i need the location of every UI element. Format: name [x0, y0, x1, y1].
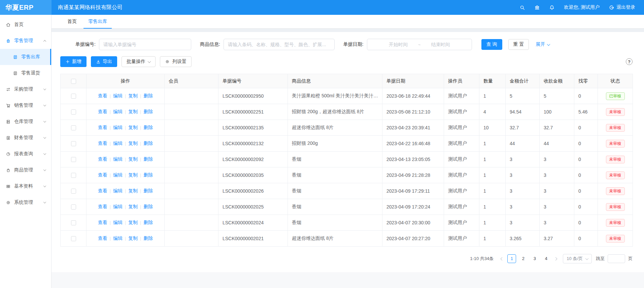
row-checkbox[interactable]	[71, 141, 76, 146]
sidebar-item-5[interactable]: 财务管理	[0, 130, 51, 146]
sidebar-item-7[interactable]: 商品管理	[0, 162, 51, 178]
edit-link[interactable]: 编辑	[113, 172, 123, 178]
edit-link[interactable]: 编辑	[113, 204, 123, 209]
bill-no-cell: LSCK00000002024	[218, 215, 288, 231]
page-2-button[interactable]: 2	[519, 254, 528, 263]
start-date-input[interactable]	[378, 42, 418, 47]
chevron-down-icon	[43, 168, 46, 171]
search-icon[interactable]	[519, 5, 525, 10]
row-checkbox[interactable]	[71, 94, 76, 99]
col-header-6: 操作员	[444, 74, 479, 88]
view-link[interactable]: 查看	[98, 140, 107, 146]
column-settings-button[interactable]: 列设置	[160, 56, 192, 67]
edit-link[interactable]: 编辑	[113, 188, 123, 193]
next-page-button[interactable]	[552, 258, 560, 260]
copy-link[interactable]: 复制	[128, 220, 138, 225]
row-checkbox[interactable]	[71, 157, 76, 162]
sidebar-subitem-1-0[interactable]: 零售出库	[0, 49, 51, 65]
reset-button[interactable]: 重 置	[508, 39, 529, 50]
add-button[interactable]: 新增	[60, 56, 87, 67]
row-checkbox[interactable]	[71, 204, 76, 210]
delete-link[interactable]: 删除	[143, 109, 153, 114]
jump-page-input[interactable]	[608, 254, 625, 263]
delete-link[interactable]: 删除	[143, 125, 153, 130]
change-cell: 0	[574, 215, 598, 231]
row-checkbox[interactable]	[71, 173, 76, 178]
page-size-select[interactable]: 10 条/页	[563, 254, 592, 263]
edit-link[interactable]: 编辑	[113, 220, 123, 225]
copy-link[interactable]: 复制	[128, 109, 138, 114]
change-cell: 0	[574, 136, 598, 152]
select-all-checkbox[interactable]	[71, 79, 76, 84]
sidebar-item-1[interactable]: 零售管理	[0, 33, 51, 49]
logout-button[interactable]: 退出登录	[609, 4, 635, 10]
sidebar-subitem-1-1[interactable]: 零售退货	[0, 65, 51, 81]
product-info-input[interactable]	[224, 39, 335, 50]
copy-link[interactable]: 复制	[128, 188, 138, 193]
help-icon[interactable]: ?	[626, 58, 633, 65]
edit-link[interactable]: 编辑	[113, 109, 123, 114]
edit-link[interactable]: 编辑	[113, 93, 123, 98]
view-link[interactable]: 查看	[98, 156, 107, 162]
sidebar-item-4[interactable]: 仓库管理	[0, 114, 51, 130]
sidebar-item-6[interactable]: 报表查询	[0, 146, 51, 162]
end-date-input[interactable]	[420, 42, 460, 47]
page-1-button[interactable]: 1	[507, 254, 516, 263]
sidebar-item-9[interactable]: 系统管理	[0, 194, 51, 211]
row-checkbox[interactable]	[71, 220, 76, 225]
export-button[interactable]: 导出	[91, 56, 117, 67]
view-link[interactable]: 查看	[98, 188, 107, 193]
expand-link[interactable]: 展开	[536, 41, 550, 47]
delete-link[interactable]: 删除	[143, 235, 153, 241]
view-link[interactable]: 查看	[98, 172, 107, 178]
view-link[interactable]: 查看	[98, 220, 107, 225]
copy-link[interactable]: 复制	[128, 125, 138, 130]
view-link[interactable]: 查看	[98, 93, 107, 98]
report-icon	[6, 152, 11, 157]
page-3-button[interactable]: 3	[530, 254, 539, 263]
copy-link[interactable]: 复制	[128, 93, 138, 98]
op-separator: |	[140, 125, 141, 130]
delete-link[interactable]: 删除	[143, 204, 153, 209]
tab-retail-outbound[interactable]: 零售出库	[83, 15, 112, 28]
edit-link[interactable]: 编辑	[113, 235, 123, 241]
tab-home[interactable]: 首页	[63, 15, 81, 28]
row-checkbox[interactable]	[71, 189, 76, 194]
sidebar-item-0[interactable]: 首页	[0, 17, 51, 33]
edit-link[interactable]: 编辑	[113, 125, 123, 130]
search-button[interactable]: 查 询	[481, 39, 502, 50]
delete-link[interactable]: 删除	[143, 188, 153, 193]
view-link[interactable]: 查看	[98, 235, 107, 241]
copy-link[interactable]: 复制	[128, 172, 138, 178]
copy-link[interactable]: 复制	[128, 235, 138, 241]
copy-link[interactable]: 复制	[128, 204, 138, 209]
sidebar: 首页零售管理零售出库零售退货采购管理销售管理仓库管理财务管理报表查询商品管理基本…	[0, 15, 52, 288]
delete-link[interactable]: 删除	[143, 93, 153, 98]
copy-link[interactable]: 复制	[128, 156, 138, 162]
notifications-bell-icon[interactable]	[549, 5, 555, 10]
sidebar-item-label: 商品管理	[14, 167, 33, 173]
sidebar-item-8[interactable]: 基本资料	[0, 178, 51, 194]
delete-link[interactable]: 删除	[143, 220, 153, 225]
qty-cell: 4	[479, 104, 506, 120]
bank-icon[interactable]	[534, 5, 540, 10]
sidebar-item-3[interactable]: 销售管理	[0, 97, 51, 114]
prev-page-button[interactable]	[498, 258, 506, 260]
page-4-button[interactable]: 4	[542, 254, 550, 263]
copy-link[interactable]: 复制	[128, 140, 138, 146]
batch-operations-button[interactable]: 批量操作	[122, 56, 156, 67]
row-checkbox[interactable]	[71, 125, 76, 130]
edit-link[interactable]: 编辑	[113, 140, 123, 146]
date-range-picker[interactable]: ~	[367, 39, 472, 50]
view-link[interactable]: 查看	[98, 125, 107, 130]
delete-link[interactable]: 删除	[143, 156, 153, 162]
view-link[interactable]: 查看	[98, 109, 107, 114]
bill-no-input[interactable]	[99, 39, 191, 50]
row-checkbox[interactable]	[71, 236, 76, 241]
delete-link[interactable]: 删除	[143, 172, 153, 178]
sidebar-item-2[interactable]: 采购管理	[0, 81, 51, 97]
edit-link[interactable]: 编辑	[113, 156, 123, 162]
row-checkbox[interactable]	[71, 109, 76, 115]
delete-link[interactable]: 删除	[143, 140, 153, 146]
view-link[interactable]: 查看	[98, 204, 107, 209]
